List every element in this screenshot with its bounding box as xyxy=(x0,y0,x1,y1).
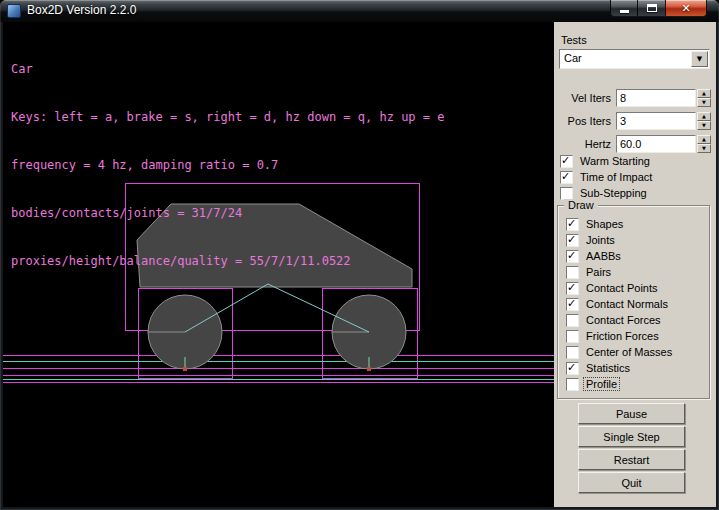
checkbox-icon[interactable]: ✓ xyxy=(566,346,579,359)
pos-iters-stepper: ▲ ▼ xyxy=(697,112,711,130)
vel-iters-up-button[interactable]: ▲ xyxy=(697,89,711,98)
check-icon: ✓ xyxy=(567,217,576,230)
checkbox-icon[interactable]: ✓ xyxy=(566,330,579,343)
checkbox-statistics[interactable]: ✓ Statistics xyxy=(566,361,632,375)
hertz-down-button[interactable]: ▼ xyxy=(697,144,711,153)
app-icon xyxy=(7,4,21,18)
stats-overlay: Car Keys: left = a, brake = s, right = d… xyxy=(11,29,444,301)
control-panel: Tests Car ▼ Vel Iters 8 ▲ ▼ Pos Iters 3 … xyxy=(554,22,716,507)
checkbox-friction-forces[interactable]: ✓ Friction Forces xyxy=(566,329,661,343)
hertz-row: Hertz 60.0 ▲ ▼ xyxy=(558,134,711,153)
draw-group-title: Draw xyxy=(564,199,598,211)
checkbox-aabbs[interactable]: ✓ AABBs xyxy=(566,249,623,263)
hertz-stepper: ▲ ▼ xyxy=(697,135,711,153)
checkbox-icon[interactable]: ✓ xyxy=(560,171,573,184)
hertz-label: Hertz xyxy=(558,138,616,150)
pos-iters-row: Pos Iters 3 ▲ ▼ xyxy=(558,111,711,130)
checkbox-icon[interactable]: ✓ xyxy=(566,362,579,375)
checkbox-contact-points[interactable]: ✓ Contact Points xyxy=(566,281,660,295)
test-select-value: Car xyxy=(564,52,582,64)
checkbox-pairs[interactable]: ✓ Pairs xyxy=(566,265,613,279)
overlay-body-counts: bodies/contacts/joints = 31/7/24 xyxy=(11,205,444,221)
hertz-input[interactable]: 60.0 xyxy=(616,135,696,153)
checkbox-sub-stepping[interactable]: ✓ Sub-Stepping xyxy=(560,186,649,200)
checkbox-center-of-masses[interactable]: ✓ Center of Masses xyxy=(566,345,674,359)
check-icon: ✓ xyxy=(561,154,570,167)
overlay-proxy-stats: proxies/height/balance/quality = 55/7/1/… xyxy=(11,253,444,269)
close-icon: ✕ xyxy=(681,3,690,14)
checkbox-icon[interactable]: ✓ xyxy=(566,234,579,247)
test-select[interactable]: Car ▼ xyxy=(559,49,710,69)
checkbox-profile[interactable]: ✓ Profile xyxy=(566,377,619,391)
contact-normals xyxy=(185,357,369,369)
checkbox-icon[interactable]: ✓ xyxy=(566,218,579,231)
test-select-dropdown-button[interactable]: ▼ xyxy=(691,51,708,67)
maximize-icon xyxy=(647,4,657,12)
checkbox-icon[interactable]: ✓ xyxy=(560,187,573,200)
draw-group: Draw ✓ Shapes ✓ Joints ✓ AABBs ✓ Pairs ✓… xyxy=(557,205,710,399)
overlay-keys-help: Keys: left = a, brake = s, right = d, hz… xyxy=(11,109,444,125)
overlay-frequency: frequency = 4 hz, damping ratio = 0.7 xyxy=(11,157,444,173)
simulation-canvas[interactable]: Car Keys: left = a, brake = s, right = d… xyxy=(3,22,554,507)
checkbox-icon[interactable]: ✓ xyxy=(566,378,579,391)
checkbox-contact-normals[interactable]: ✓ Contact Normals xyxy=(566,297,670,311)
vel-iters-down-button[interactable]: ▼ xyxy=(697,98,711,107)
pos-iters-label: Pos Iters xyxy=(558,115,616,127)
check-icon: ✓ xyxy=(567,249,576,262)
vel-iters-stepper: ▲ ▼ xyxy=(697,89,711,107)
pause-button[interactable]: Pause xyxy=(578,403,685,424)
checkbox-icon[interactable]: ✓ xyxy=(566,314,579,327)
title-bar[interactable]: Box2D Version 2.2.0 ✕ xyxy=(0,0,719,22)
checkbox-icon[interactable]: ✓ xyxy=(560,155,573,168)
check-icon: ✓ xyxy=(567,361,576,374)
checkbox-contact-forces[interactable]: ✓ Contact Forces xyxy=(566,313,663,327)
checkbox-warm-starting[interactable]: ✓ Warm Starting xyxy=(560,154,652,168)
checkbox-icon[interactable]: ✓ xyxy=(566,250,579,263)
vel-iters-label: Vel Iters xyxy=(558,92,616,104)
maximize-button[interactable] xyxy=(638,0,665,17)
check-icon: ✓ xyxy=(561,170,570,183)
window-title: Box2D Version 2.2.0 xyxy=(27,0,136,21)
single-step-button[interactable]: Single Step xyxy=(578,426,685,447)
tests-label: Tests xyxy=(561,34,587,46)
window-controls: ✕ xyxy=(610,0,707,17)
pos-iters-input[interactable]: 3 xyxy=(616,112,696,130)
check-icon: ✓ xyxy=(567,233,576,246)
vel-iters-row: Vel Iters 8 ▲ ▼ xyxy=(558,88,711,107)
hertz-up-button[interactable]: ▲ xyxy=(697,135,711,144)
checkbox-icon[interactable]: ✓ xyxy=(566,282,579,295)
checkbox-shapes[interactable]: ✓ Shapes xyxy=(566,217,625,231)
minimize-button[interactable] xyxy=(610,0,638,17)
check-icon: ✓ xyxy=(567,281,576,294)
minimize-icon xyxy=(620,10,629,13)
checkbox-icon[interactable]: ✓ xyxy=(566,298,579,311)
checkbox-time-of-impact[interactable]: ✓ Time of Impact xyxy=(560,170,654,184)
pos-iters-down-button[interactable]: ▼ xyxy=(697,121,711,130)
vel-iters-input[interactable]: 8 xyxy=(616,89,696,107)
pos-iters-up-button[interactable]: ▲ xyxy=(697,112,711,121)
quit-button[interactable]: Quit xyxy=(578,472,685,493)
chevron-down-icon: ▼ xyxy=(697,56,702,63)
overlay-test-name: Car xyxy=(11,61,444,77)
restart-button[interactable]: Restart xyxy=(578,449,685,470)
ground-edges xyxy=(3,362,554,380)
checkbox-icon[interactable]: ✓ xyxy=(566,266,579,279)
checkbox-joints[interactable]: ✓ Joints xyxy=(566,233,617,247)
check-icon: ✓ xyxy=(567,297,576,310)
close-button[interactable]: ✕ xyxy=(665,0,707,17)
app-window: Box2D Version 2.2.0 ✕ xyxy=(0,0,719,510)
